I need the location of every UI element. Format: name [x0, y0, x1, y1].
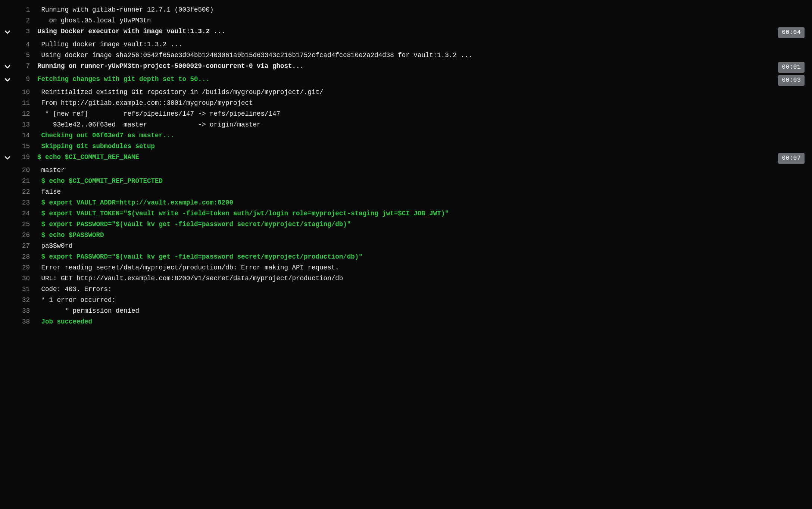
line-number[interactable]: 38 — [15, 316, 32, 327]
collapse-toggle[interactable] — [0, 26, 15, 39]
chevron-down-icon[interactable] — [4, 75, 10, 87]
collapse-toggle[interactable] — [0, 152, 15, 165]
log-text: Checking out 06f63ed7 as master... — [32, 130, 805, 141]
line-number[interactable]: 22 — [15, 187, 32, 197]
log-text: on ghost.05.local yUwPM3tn — [32, 15, 805, 26]
collapse-toggle — [0, 165, 15, 166]
collapse-toggle — [0, 119, 15, 120]
log-text: Running with gitlab-runner 12.7.1 (003fe… — [32, 4, 805, 15]
log-text: $ export VAULT_TOKEN="$(vault write -fie… — [32, 208, 805, 219]
collapse-toggle — [0, 187, 15, 187]
log-text: * 1 error occurred: — [32, 295, 805, 306]
line-number[interactable]: 19 — [15, 152, 32, 163]
log-line: 13 93e1e42..06f63ed master -> origin/mas… — [0, 119, 812, 130]
collapse-toggle — [0, 306, 15, 306]
line-number[interactable]: 11 — [15, 98, 32, 109]
collapse-toggle[interactable] — [0, 74, 15, 87]
duration-badge: 00:01 — [778, 62, 805, 72]
chevron-down-icon[interactable] — [4, 153, 10, 165]
line-number[interactable]: 32 — [15, 295, 32, 306]
collapse-toggle — [0, 109, 15, 109]
chevron-down-icon[interactable] — [4, 62, 10, 74]
line-number[interactable]: 25 — [15, 219, 32, 230]
log-text: $ export PASSWORD="$(vault kv get -field… — [32, 252, 805, 262]
line-number[interactable]: 2 — [15, 15, 32, 26]
log-text: Running on runner-yUwPM3tn-project-50000… — [32, 61, 778, 72]
log-line: 33 * permission denied — [0, 306, 812, 316]
collapse-toggle — [0, 176, 15, 177]
line-number[interactable]: 33 — [15, 306, 32, 316]
duration-badge: 00:04 — [778, 27, 805, 38]
collapse-toggle — [0, 39, 15, 40]
collapse-toggle — [0, 141, 15, 142]
log-text: Code: 403. Errors: — [32, 284, 805, 295]
log-line: 24 $ export VAULT_TOKEN="$(vault write -… — [0, 208, 812, 219]
line-number[interactable]: 23 — [15, 197, 32, 208]
log-line: 4 Pulling docker image vault:1.3.2 ... — [0, 39, 812, 50]
chevron-down-icon[interactable] — [4, 27, 10, 39]
line-number[interactable]: 30 — [15, 273, 32, 284]
line-number[interactable]: 31 — [15, 284, 32, 295]
log-text: Skipping Git submodules setup — [32, 141, 805, 152]
log-line: 29 Error reading secret/data/myproject/p… — [0, 262, 812, 273]
log-text: Using Docker executor with image vault:1… — [32, 26, 778, 37]
log-line: 27 pa$$w0rd — [0, 241, 812, 252]
log-text: Job succeeded — [32, 316, 805, 327]
line-number[interactable]: 13 — [15, 119, 32, 130]
log-text: Error reading secret/data/myproject/prod… — [32, 262, 805, 273]
log-line: 21 $ echo $CI_COMMIT_REF_PROTECTED — [0, 176, 812, 187]
line-number[interactable]: 4 — [15, 39, 32, 50]
log-text: Reinitialized existing Git repository in… — [32, 87, 805, 98]
collapse-toggle[interactable] — [0, 61, 15, 74]
line-number[interactable]: 9 — [15, 74, 32, 85]
collapse-toggle — [0, 219, 15, 220]
log-line: 3Using Docker executor with image vault:… — [0, 26, 812, 39]
line-number[interactable]: 10 — [15, 87, 32, 98]
duration-badge: 00:03 — [778, 75, 805, 85]
line-number[interactable]: 24 — [15, 208, 32, 219]
log-line: 31 Code: 403. Errors: — [0, 284, 812, 295]
line-number[interactable]: 7 — [15, 61, 32, 72]
line-number[interactable]: 26 — [15, 230, 32, 241]
line-number[interactable]: 1 — [15, 4, 32, 15]
line-number[interactable]: 27 — [15, 241, 32, 252]
log-text: master — [32, 165, 805, 176]
collapse-toggle — [0, 15, 15, 16]
line-number[interactable]: 29 — [15, 262, 32, 273]
log-line: 38 Job succeeded — [0, 316, 812, 327]
collapse-toggle — [0, 262, 15, 263]
log-text: * permission denied — [32, 306, 805, 316]
log-text: $ echo $PASSWORD — [32, 230, 805, 241]
job-log: 1 Running with gitlab-runner 12.7.1 (003… — [0, 4, 812, 327]
log-text: $ export PASSWORD="$(vault kv get -field… — [32, 219, 805, 230]
line-number[interactable]: 12 — [15, 109, 32, 119]
log-line: 1 Running with gitlab-runner 12.7.1 (003… — [0, 4, 812, 15]
log-line: 30 URL: GET http://vault.example.com:820… — [0, 273, 812, 284]
log-line: 23 $ export VAULT_ADDR=http://vault.exam… — [0, 197, 812, 208]
collapse-toggle — [0, 4, 15, 5]
line-number[interactable]: 15 — [15, 141, 32, 152]
collapse-toggle — [0, 241, 15, 241]
line-number[interactable]: 5 — [15, 50, 32, 61]
log-text: pa$$w0rd — [32, 241, 805, 252]
log-line: 9Fetching changes with git depth set to … — [0, 74, 812, 87]
collapse-toggle — [0, 98, 15, 99]
line-number[interactable]: 3 — [15, 26, 32, 37]
collapse-toggle — [0, 316, 15, 317]
line-number[interactable]: 14 — [15, 130, 32, 141]
log-text: Pulling docker image vault:1.3.2 ... — [32, 39, 805, 50]
log-text: From http://gitlab.example.com::3001/myg… — [32, 98, 805, 109]
collapse-toggle — [0, 208, 15, 209]
collapse-toggle — [0, 50, 15, 51]
log-line: 22 false — [0, 187, 812, 197]
log-text: * [new ref] refs/pipelines/147 -> refs/p… — [32, 109, 805, 119]
line-number[interactable]: 20 — [15, 165, 32, 176]
collapse-toggle — [0, 284, 15, 285]
line-number[interactable]: 28 — [15, 252, 32, 262]
log-line: 12 * [new ref] refs/pipelines/147 -> ref… — [0, 109, 812, 119]
log-line: 5 Using docker image sha256:0542f65ae3d0… — [0, 50, 812, 61]
log-line: 32 * 1 error occurred: — [0, 295, 812, 306]
log-text: URL: GET http://vault.example.com:8200/v… — [32, 273, 805, 284]
log-text: $ echo $CI_COMMIT_REF_PROTECTED — [32, 176, 805, 187]
line-number[interactable]: 21 — [15, 176, 32, 187]
